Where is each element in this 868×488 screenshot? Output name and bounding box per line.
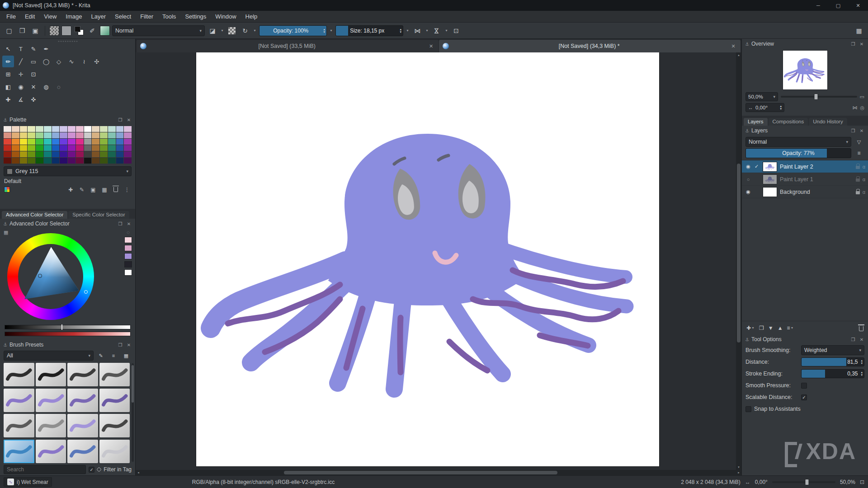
palette-swatch[interactable]: [4, 126, 11, 132]
palette-swatch[interactable]: [84, 145, 92, 151]
eye-open-icon[interactable]: ◉: [745, 164, 752, 169]
distance-spinner[interactable]: ▴▾: [859, 359, 864, 365]
palette-swatch[interactable]: [20, 151, 28, 157]
selector-layout-icon[interactable]: ▦: [4, 230, 8, 235]
palette-menu-button[interactable]: ⋮: [123, 187, 131, 193]
chevron-down-icon[interactable]: ▾: [444, 28, 448, 33]
opacity-slider[interactable]: Opacity: 100% ▴▾: [259, 25, 327, 36]
tab-undo-history[interactable]: Undo History: [809, 118, 847, 126]
close-docker-icon[interactable]: ✕: [126, 117, 132, 122]
overview-rotation-value[interactable]: ↔ 0,00° ▴▾: [745, 103, 784, 112]
mirror-view-icon[interactable]: ⋈: [852, 105, 857, 111]
palette-swatch[interactable]: [44, 151, 52, 157]
menu-item-select[interactable]: Select: [110, 11, 136, 23]
zoom-slider-thumb[interactable]: [814, 94, 818, 100]
rotation-spinner[interactable]: ▴▾: [780, 105, 782, 110]
transform-tool[interactable]: ⊞: [2, 68, 14, 80]
edit-palette-button[interactable]: ✎: [78, 187, 86, 193]
stroke-ending-spinner[interactable]: ▴▾: [859, 371, 864, 376]
palette-swatch[interactable]: [52, 158, 60, 164]
palette-swatch[interactable]: [76, 151, 84, 157]
display-icon[interactable]: ▭: [860, 94, 864, 100]
palette-swatch[interactable]: [52, 132, 60, 138]
float-docker-icon[interactable]: ❐: [117, 343, 123, 347]
menu-item-tools[interactable]: Tools: [158, 11, 180, 23]
mirror-vertical-button[interactable]: ⋈: [431, 25, 442, 36]
gradient-tool[interactable]: ◧: [2, 81, 14, 93]
palette-swatch[interactable]: [52, 126, 60, 132]
palette-swatch[interactable]: [28, 132, 35, 138]
list-view-button[interactable]: ≡: [108, 351, 119, 360]
palette-swatch[interactable]: [12, 139, 19, 145]
palette-swatch[interactable]: [76, 126, 84, 132]
open-document-button[interactable]: ❒: [17, 25, 28, 36]
layer-options-button[interactable]: ≡: [854, 149, 864, 158]
scroll-right-icon[interactable]: ▸: [736, 471, 741, 474]
filter-in-tag-checkbox[interactable]: [89, 467, 94, 473]
palette-swatch[interactable]: [44, 145, 52, 151]
canvas-viewport[interactable]: ▴ ▾: [136, 52, 741, 470]
brush-preset-tile[interactable]: [67, 414, 98, 437]
layer-filter-button[interactable]: ▽: [854, 137, 864, 146]
eye-open-icon[interactable]: ◉: [745, 189, 752, 195]
palette-swatch[interactable]: [20, 158, 28, 164]
add-layer-button[interactable]: ✚▾: [746, 325, 755, 331]
brush-preset-tile[interactable]: [36, 440, 66, 463]
brush-size-slider[interactable]: Size: 18,15 px ▴▾: [335, 25, 403, 36]
close-button[interactable]: ✕: [848, 0, 868, 11]
palette-swatch[interactable]: [28, 126, 35, 132]
brush-grid-scrollbar[interactable]: [132, 363, 134, 462]
color-strip[interactable]: [5, 332, 131, 336]
gradient-chooser[interactable]: [49, 26, 59, 36]
freehand-brush-tool[interactable]: ✏: [2, 56, 14, 67]
delete-layer-button[interactable]: [859, 325, 863, 331]
tag-filter-dropdown[interactable]: All ▾: [4, 351, 94, 361]
menu-item-file[interactable]: File: [2, 11, 20, 23]
enclose-fill-tool[interactable]: ◌: [53, 81, 65, 93]
layer-row-paint-layer-2[interactable]: ◉✓Paint Layer 2α: [742, 160, 868, 173]
float-docker-icon[interactable]: ❐: [850, 337, 856, 342]
palette-group-icon[interactable]: [4, 187, 10, 192]
close-docker-icon[interactable]: ✕: [859, 337, 865, 342]
palette-swatch[interactable]: [20, 132, 28, 138]
palette-swatch[interactable]: [100, 158, 108, 164]
palette-swatch[interactable]: [44, 132, 52, 138]
lock-icon[interactable]: [856, 166, 860, 169]
palette-swatch[interactable]: [44, 139, 52, 145]
palette-swatch[interactable]: [76, 132, 84, 138]
history-swatch[interactable]: [124, 269, 132, 276]
fg-bg-color-selector[interactable]: [74, 25, 85, 36]
palette-swatch[interactable]: [100, 151, 108, 157]
palette-swatch[interactable]: [36, 151, 43, 157]
document-tab-2[interactable]: [Not Saved] (34,3 MiB) *✕: [439, 40, 741, 52]
brush-preset-tile[interactable]: [67, 440, 98, 463]
delete-color-button[interactable]: [112, 186, 120, 193]
calligraphy-tool[interactable]: ✒: [40, 43, 52, 55]
alpha-icon[interactable]: α: [863, 189, 865, 195]
palette-swatch[interactable]: [36, 145, 43, 151]
value-strip-handle[interactable]: [61, 324, 62, 330]
distance-slider[interactable]: 81,5 ▴▾: [801, 357, 864, 366]
palette-swatch[interactable]: [124, 158, 132, 164]
maximize-button[interactable]: ▢: [828, 0, 848, 11]
brush-search-input[interactable]: [4, 465, 86, 474]
scroll-left-icon[interactable]: ◂: [136, 471, 141, 474]
brush-preset-tile[interactable]: [4, 440, 34, 463]
palette-swatch[interactable]: [68, 126, 75, 132]
stroke-ending-slider[interactable]: 0,35 ▴▾: [801, 369, 864, 378]
palette-swatch[interactable]: [52, 139, 60, 145]
palette-swatch[interactable]: [108, 158, 116, 164]
menu-item-edit[interactable]: Edit: [20, 11, 39, 23]
horizontal-scrollbar[interactable]: ◂ ▸: [136, 470, 741, 475]
ellipse-tool[interactable]: ◯: [40, 56, 52, 67]
overview-thumbnail[interactable]: [783, 51, 827, 89]
menu-item-layer[interactable]: Layer: [86, 11, 110, 23]
pin-icon[interactable]: ◎: [860, 105, 864, 111]
brush-editor-button[interactable]: ✐: [87, 25, 98, 36]
minimize-button[interactable]: ─: [808, 0, 828, 11]
layer-row-background[interactable]: ◉Backgroundα: [742, 186, 868, 198]
eraser-mode-button[interactable]: ◪: [207, 25, 218, 36]
brush-preset-tile[interactable]: [67, 363, 98, 386]
layer-properties-button[interactable]: ≡▾: [787, 325, 794, 331]
canvas-rotation-value[interactable]: 0,00°: [755, 479, 768, 485]
